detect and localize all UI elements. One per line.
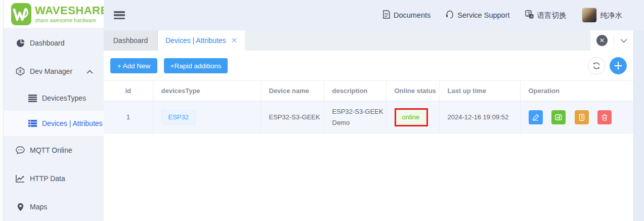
headset-icon xyxy=(446,10,454,20)
column-header-id: id xyxy=(104,81,153,101)
sidebar-item-label: MQTT Online xyxy=(30,146,72,154)
toolbar-right xyxy=(588,57,627,74)
chevron-up-icon xyxy=(87,67,93,75)
documents-label: Documents xyxy=(394,11,431,19)
svg-text:A: A xyxy=(530,14,533,19)
topbar-right: Documents Service Support 文A 语言切换 纯净 xyxy=(383,8,622,23)
table-header-row: id devicesType Device name description O… xyxy=(104,81,633,101)
log-button[interactable] xyxy=(575,110,589,124)
document-icon xyxy=(383,10,390,20)
chevron-down-icon[interactable] xyxy=(620,36,627,45)
red-highlight-box: online xyxy=(395,108,428,126)
column-header-last-up-time: Last up time xyxy=(439,81,520,101)
sidebar-item-dev-manager[interactable]: Dev Manager xyxy=(4,57,104,85)
language-switch-link[interactable]: 文A 语言切换 xyxy=(525,10,567,20)
logo-text: WAVESHARE share awesome hardware xyxy=(35,5,108,23)
column-header-device-name: Device name xyxy=(261,81,324,101)
online-status-badge: online xyxy=(396,110,426,124)
sidebar-item-label: Maps xyxy=(30,203,47,211)
user-menu[interactable]: 纯净水 xyxy=(582,8,623,23)
sidebar-item-label: Dev Manager xyxy=(30,67,72,75)
device-type-tag[interactable]: ESP32 xyxy=(161,110,196,124)
sidebar-item-label: DevicesTypes xyxy=(42,94,86,102)
cell-devicestype: ESP32 xyxy=(153,101,261,134)
tabbar: Dashboard Devices | Attributes ✕ ✕ xyxy=(104,30,633,51)
main-area: Documents Service Support 文A 语言切换 纯净 xyxy=(104,0,633,221)
chat-bubble-icon xyxy=(16,146,25,155)
sidebar-item-label: HTTP Data xyxy=(30,174,65,183)
divider xyxy=(614,35,614,46)
hamburger-menu-icon[interactable] xyxy=(114,11,125,19)
sidebar-item-devices-attributes[interactable]: Devices | Attributes xyxy=(4,111,104,136)
close-all-tabs-button[interactable]: ✕ xyxy=(596,35,608,46)
column-header-operation: Operation xyxy=(520,81,633,101)
logo-title: WAVESHARE xyxy=(35,5,108,16)
rapid-additions-button[interactable]: +Rapid additions xyxy=(164,58,228,73)
column-header-description: description xyxy=(324,81,386,101)
topbar: Documents Service Support 文A 语言切换 纯净 xyxy=(104,0,633,30)
sidebar-item-label: Devices | Attributes xyxy=(42,119,103,127)
sidebar: WAVESHARE share awesome hardware Dashboa… xyxy=(4,0,104,221)
page-scrollbar[interactable] xyxy=(633,0,644,221)
move-columns-button[interactable] xyxy=(610,57,627,74)
content-toolbar: + Add New +Rapid additions xyxy=(104,51,633,74)
sidebar-item-http-data[interactable]: HTTP Data xyxy=(4,164,104,193)
cell-last-up-time: 2024-12-16 19:09:52 xyxy=(439,101,520,134)
tab-dashboard[interactable]: Dashboard xyxy=(104,30,158,51)
cell-online-status: online xyxy=(386,101,439,134)
tab-controls: ✕ xyxy=(590,30,633,51)
cell-device-name: ESP32-S3-GEEK xyxy=(261,101,324,134)
username: 纯净水 xyxy=(600,11,623,20)
tab-label: Dashboard xyxy=(113,36,148,45)
sidebar-item-dashboard[interactable]: Dashboard xyxy=(4,29,104,57)
sidebar-item-maps[interactable]: Maps xyxy=(4,193,104,221)
tab-close-icon[interactable]: ✕ xyxy=(231,36,238,45)
sidebar-item-label: Dashboard xyxy=(30,39,65,47)
map-pin-icon xyxy=(16,202,25,211)
waveshare-logo-icon xyxy=(11,3,32,26)
service-support-label: Service Support xyxy=(457,11,509,19)
logo-tagline: share awesome hardware xyxy=(35,18,108,23)
logo[interactable]: WAVESHARE share awesome hardware xyxy=(4,0,104,28)
hexagon-box-icon xyxy=(16,67,25,76)
table-row: 1 ESP32 ESP32-S3-GEEK ESP32-S3-GEEK Demo… xyxy=(104,101,633,134)
cell-operation xyxy=(520,101,633,134)
stacked-lines-icon xyxy=(28,94,37,103)
delete-button[interactable] xyxy=(597,110,612,124)
language-switch-label: 语言切换 xyxy=(537,11,567,20)
avatar xyxy=(582,8,597,23)
documents-link[interactable]: Documents xyxy=(383,10,431,20)
list-bullets-icon xyxy=(28,119,37,128)
app-window: WAVESHARE share awesome hardware Dashboa… xyxy=(0,0,644,221)
cell-id: 1 xyxy=(104,101,153,134)
line-chart-icon xyxy=(16,174,25,183)
service-support-link[interactable]: Service Support xyxy=(446,10,509,20)
column-header-online-status: Online status xyxy=(386,81,439,101)
left-edge-strip xyxy=(0,0,4,221)
sidebar-item-mqtt-online[interactable]: MQTT Online xyxy=(4,136,104,164)
scrollbar-track[interactable] xyxy=(633,30,644,221)
tab-devices-attributes[interactable]: Devices | Attributes ✕ xyxy=(158,30,245,51)
pie-chart-icon xyxy=(16,38,25,48)
tab-label: Devices | Attributes xyxy=(165,36,226,45)
edit-button[interactable] xyxy=(529,110,543,124)
column-header-devicestype: devicesType xyxy=(153,81,261,101)
translate-icon: 文A xyxy=(525,10,534,20)
sidebar-item-devicestypes[interactable]: DevicesTypes xyxy=(4,85,104,111)
refresh-button[interactable] xyxy=(588,57,605,74)
add-new-button[interactable]: + Add New xyxy=(110,58,157,73)
cell-description: ESP32-S3-GEEK Demo xyxy=(324,101,386,134)
content-panel: + Add New +Rapid additions xyxy=(104,51,633,221)
device-data-button[interactable] xyxy=(551,110,566,124)
devices-table: id devicesType Device name description O… xyxy=(104,80,633,134)
sidebar-menu: Dashboard Dev Manager DevicesTypes xyxy=(4,28,104,221)
